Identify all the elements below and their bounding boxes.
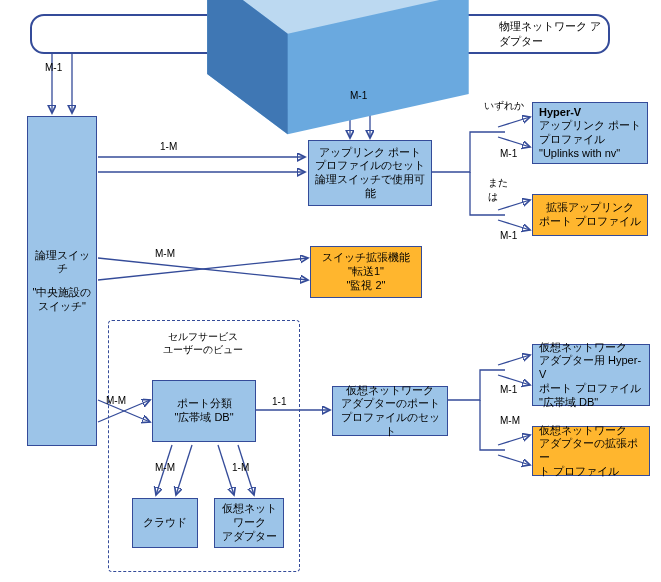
cloud-text: クラウド [143,516,187,530]
lbl-m1-left: M-1 [45,62,62,73]
switch-ext-l3: "監視 2" [347,279,386,293]
uplink-port-profile-set-box: アップリンク ポート プロファイルのセット 論理スイッチで使用可 能 [308,140,432,206]
uplink-set-l1: アップリンク ポート [319,146,421,160]
hv-uplink-l1: Hyper-V [539,106,581,120]
uplink-set-l4: 能 [365,187,376,201]
logical-switch-box: 論理スイッチ "中央施設のスイッチ" [27,116,97,446]
logical-switch-line2: "中央施設のスイッチ" [32,286,92,314]
hv-uplink-l2: アップリンク ポート [539,119,641,133]
nic-icon [177,0,499,155]
ext-vport-l2: アダプターの拡張ポー [539,437,645,465]
self-service-l2: ユーザーのビュー [163,344,243,355]
vna-set-l3: プロファイルのセット [337,411,443,439]
vna-l3: アダプター [222,530,277,544]
switch-ext-l2: "転送1" [348,265,384,279]
hv-uplink-l3: プロファイル [539,133,605,147]
vna-l1: 仮想ネット [222,502,277,516]
lbl-1m-vna: 1-M [232,462,249,473]
virtual-network-adapter-box: 仮想ネット ワーク アダプター [214,498,284,548]
lbl-1m: 1-M [160,141,177,152]
vna-l2: ワーク [233,516,266,530]
self-service-l1: セルフサービス [168,331,238,342]
lbl-mm-port: M-M [106,395,126,406]
hv-vport-l4: "広帯域 DB" [539,396,598,410]
lbl-m1-hvv: M-1 [500,384,517,395]
ext-vport-l1: 仮想ネットワーク [539,424,627,438]
switch-extensions-box: スイッチ拡張機能 "転送1" "監視 2" [310,246,422,298]
lbl-m1-hv: M-1 [500,148,517,159]
self-service-label: セルフサービス ユーザーのビュー [158,330,248,356]
svg-line-7 [98,258,308,280]
extended-virtual-port-profile-box: 仮想ネットワーク アダプターの拡張ポー ト プロファイル [532,426,650,476]
logical-switch-line1: 論理スイッチ [32,249,92,277]
lbl-mm-extv: M-M [500,415,520,426]
svg-line-18 [498,220,530,230]
port-classification-box: ポート分類 "広帯域 DB" [152,380,256,442]
vna-port-profile-set-box: 仮想ネットワーク アダプターのポート プロファイルのセット [332,386,448,436]
physical-network-adapter-bar: 物理ネットワーク アダプター [30,14,610,54]
uplink-set-l2: プロファイルのセット [315,159,425,173]
cloud-box: クラウド [132,498,198,548]
port-class-l2: "広帯域 DB" [174,411,233,425]
hv-vport-l1: 仮想ネットワーク [539,341,627,355]
hv-vport-l3: ポート プロファイル [539,382,641,396]
svg-line-22 [498,455,530,465]
lbl-mm-ext: M-M [155,248,175,259]
lbl-m1-center: M-1 [350,90,367,101]
lbl-mm-cloud: M-M [155,462,175,473]
svg-line-15 [498,117,530,127]
svg-line-16 [498,137,530,147]
svg-line-6 [98,258,308,280]
lbl-or: または [488,176,514,204]
ext-uplink-text: 拡張アップリンク ポート プロファイル [539,201,641,229]
hyperv-virtual-port-profile-box: 仮想ネットワーク アダプター用 Hyper-V ポート プロファイル "広帯域 … [532,344,650,406]
hyperv-uplink-profile-box: Hyper-V アップリンク ポート プロファイル "Uplinks with … [532,102,648,164]
port-class-l1: ポート分類 [177,397,232,411]
switch-ext-l1: スイッチ拡張機能 [322,251,410,265]
lbl-either: いずれか [484,99,524,113]
vna-set-l1: 仮想ネットワーク [346,384,434,398]
svg-line-21 [498,435,530,445]
diagram-canvas: 物理ネットワーク アダプター 論理スイッチ "中央施設のスイッチ" アップリンク… [0,0,661,582]
lbl-1-1: 1-1 [272,396,286,407]
uplink-set-l3: 論理スイッチで使用可 [315,173,425,187]
hv-vport-l2: アダプター用 Hyper-V [539,354,645,382]
svg-line-19 [498,355,530,365]
ext-vport-l3: ト プロファイル [539,465,619,479]
physical-adapter-title: 物理ネットワーク アダプター [499,19,608,49]
hv-uplink-l4: "Uplinks with nv" [539,147,620,161]
lbl-m1-ext: M-1 [500,230,517,241]
extended-uplink-profile-box: 拡張アップリンク ポート プロファイル [532,194,648,236]
vna-set-l2: アダプターのポート [341,397,440,411]
